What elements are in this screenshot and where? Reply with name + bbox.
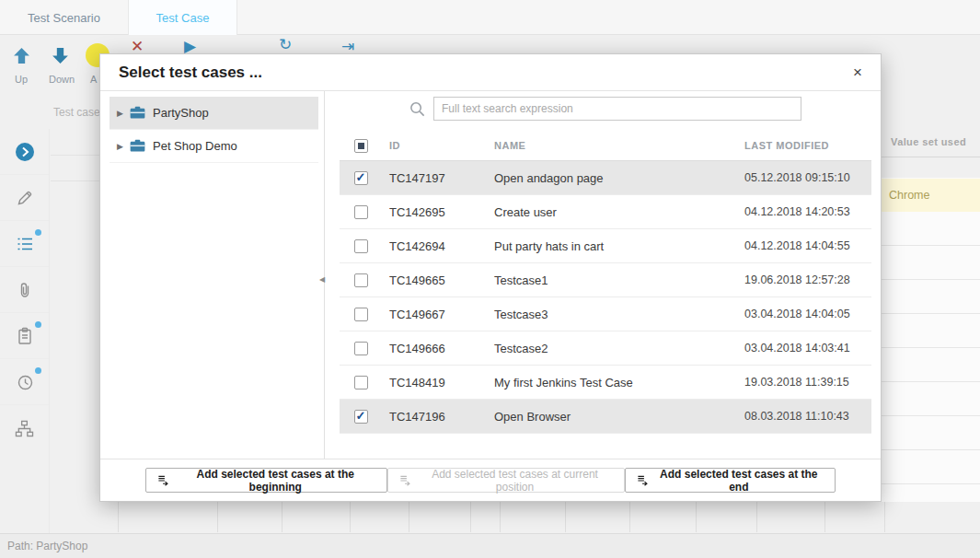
row-checkbox[interactable] [354, 376, 368, 389]
background-grid-line [884, 502, 885, 532]
search-input[interactable] [433, 97, 801, 121]
background-grid-line [282, 502, 282, 532]
testcase-name: Put party hats in cart [487, 239, 737, 253]
tab-test-scenario[interactable]: Test Scenario [0, 0, 129, 35]
testcase-name: Testcase1 [487, 273, 737, 287]
row-checkbox[interactable] [354, 342, 368, 355]
row-checkbox[interactable] [354, 205, 368, 219]
testcase-id: TC147197 [382, 171, 487, 185]
tree-item-partyshop[interactable]: ▶ PartyShop [110, 97, 318, 130]
testcase-name: Open Browser [487, 410, 737, 424]
testcase-id: TC149667 [382, 308, 487, 321]
background-grid-line [565, 502, 566, 532]
row-checkbox[interactable] [354, 239, 368, 253]
close-icon[interactable]: × [847, 63, 868, 83]
testcase-modified: 04.12.2018 14:04:55 [737, 239, 871, 252]
dialog-footer: Add selected test cases at the beginning… [100, 459, 881, 501]
notification-dot [35, 321, 41, 328]
row-checkbox[interactable] [354, 410, 368, 424]
row-checkbox[interactable] [354, 273, 368, 287]
background-grid-line [500, 502, 501, 532]
button-label: Add selected test cases at current posit… [417, 468, 612, 494]
move-down-label: Down [49, 74, 75, 85]
table-row[interactable]: TC142695 Create user 04.12.2018 14:20:53 [340, 195, 871, 229]
clipboard-icon [16, 327, 34, 345]
project-folder-icon [130, 139, 145, 153]
testcase-name: Create user [487, 205, 737, 219]
table-row[interactable]: TC142694 Put party hats in cart 04.12.20… [340, 229, 871, 263]
arrow-circle-icon [15, 142, 35, 162]
add-at-end-button[interactable]: Add selected test cases at the end [625, 468, 836, 493]
sitemap-icon [15, 420, 34, 437]
move-down-icon[interactable] [51, 46, 70, 69]
background-grid-line [882, 157, 980, 157]
testcase-id: TC142694 [382, 239, 487, 253]
move-up-label: Up [15, 74, 28, 85]
test-case-list-panel: ID NAME LAST MODIFIED TC147197 Open anda… [325, 91, 881, 459]
background-table-rows [882, 178, 980, 502]
table-row[interactable]: TC148419 My first Jenkins Test Case 19.0… [340, 366, 871, 400]
testcase-modified: 19.06.2018 12:57:28 [737, 273, 871, 286]
table-row[interactable]: TC149667 Testcase3 03.04.2018 14:04:05 [340, 297, 871, 331]
background-grid-line [51, 155, 99, 156]
tree-item-pet-shop-demo[interactable]: ▶ Pet Shop Demo [110, 130, 318, 163]
background-grid-line [756, 502, 757, 532]
panel-collapse-handle[interactable]: ◀ [319, 275, 325, 284]
row-checkbox[interactable] [354, 171, 368, 185]
paperclip-icon [16, 281, 34, 299]
project-folder-icon [130, 106, 145, 120]
expander-icon[interactable]: ▶ [117, 142, 130, 151]
value-set-column-header: Value set used [891, 136, 966, 147]
testcase-name: Testcase2 [487, 342, 737, 355]
testcase-modified: 05.12.2018 09:15:10 [737, 171, 871, 184]
sidebar-item-notes[interactable] [0, 313, 49, 359]
table-row[interactable]: TC149665 Testcase1 19.06.2018 12:57:28 [340, 263, 871, 297]
background-grid-line [217, 502, 218, 532]
tab-test-case[interactable]: Test Case [129, 0, 237, 35]
sidebar-item-attachments[interactable] [0, 267, 49, 313]
testcase-modified: 19.03.2018 11:39:15 [737, 376, 871, 389]
column-header-id[interactable]: ID [382, 140, 487, 151]
left-toolbar [0, 129, 50, 534]
table-row[interactable]: TC147196 Open Browser 08.03.2018 11:10:4… [340, 400, 871, 434]
testcase-modified: 03.04.2018 14:03:41 [737, 342, 871, 355]
table-row[interactable]: TC147197 Open andagon page 05.12.2018 09… [340, 161, 871, 195]
testcase-name: Testcase3 [487, 308, 737, 321]
column-header-modified[interactable]: LAST MODIFIED [737, 140, 871, 151]
row-checkbox[interactable] [354, 308, 368, 321]
background-grid-line [118, 502, 119, 532]
pencil-icon [16, 189, 34, 207]
sidebar-item-run[interactable] [0, 129, 49, 175]
testcase-name: My first Jenkins Test Case [487, 376, 737, 389]
project-tree: ▶ PartyShop ▶ Pet Shop Demo [100, 91, 325, 459]
expander-icon[interactable]: ▶ [117, 109, 130, 118]
dialog-title: Select test cases ... [119, 54, 262, 91]
testcase-id: TC147196 [382, 410, 487, 424]
testcase-modified: 08.03.2018 11:10:43 [737, 410, 871, 423]
background-grid-line [350, 502, 351, 532]
sidebar-item-steps[interactable] [0, 221, 49, 267]
add-current-icon [399, 474, 411, 486]
add-tool-label: A [90, 74, 97, 85]
background-grid-line [51, 180, 99, 181]
add-at-current-position-button: Add selected test cases at current posit… [387, 468, 624, 493]
testcase-id: TC148419 [382, 376, 487, 389]
move-up-icon[interactable] [12, 46, 31, 69]
list-icon [16, 235, 34, 253]
add-end-icon [637, 474, 649, 486]
testcase-id: TC149665 [382, 273, 487, 287]
testcase-modified: 04.12.2018 14:20:53 [737, 205, 871, 218]
refresh-icon[interactable]: ↻ [279, 35, 292, 54]
test-case-column-label: Test case [53, 106, 100, 119]
testcase-name: Open andagon page [487, 171, 737, 185]
add-beginning-icon [157, 474, 169, 486]
sidebar-item-edit[interactable] [0, 175, 49, 221]
table-row[interactable]: TC149666 Testcase2 03.04.2018 14:03:41 [340, 331, 871, 366]
select-all-checkbox[interactable] [354, 139, 368, 153]
background-grid-line [696, 502, 697, 532]
column-header-name[interactable]: NAME [487, 140, 737, 151]
sidebar-item-hierarchy[interactable] [0, 405, 49, 451]
add-at-beginning-button[interactable]: Add selected test cases at the beginning [145, 468, 387, 493]
sidebar-item-history[interactable] [0, 359, 49, 405]
notification-dot [35, 367, 41, 374]
